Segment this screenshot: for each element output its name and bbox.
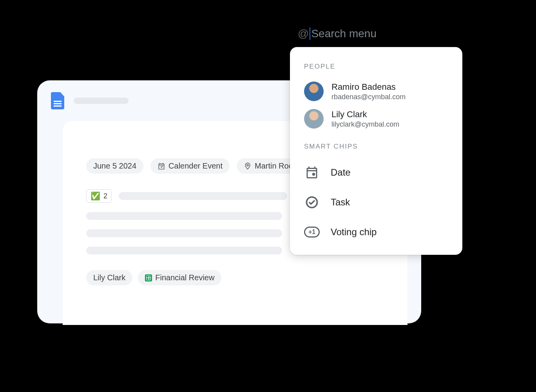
svg-point-0 [247,164,248,166]
bottom-chip-row: Lily Clark Financial Review [86,270,384,285]
person-option-ramiro[interactable]: Ramiro Badenas rbadenas@cymbal.com [290,78,462,105]
file-chip-label: Financial Review [155,273,214,282]
person-name: Ramiro Badenas [331,82,406,92]
person-chip[interactable]: Lily Clark [86,270,132,285]
text-cursor [310,27,310,40]
file-chip[interactable]: Financial Review [138,270,221,285]
calendar-icon [158,162,165,170]
person-chip-label: Lily Clark [93,273,125,282]
chip-option-label: Voting chip [331,227,377,238]
person-option-lily[interactable]: Lily Clark lilyclark@cymbal.com [290,105,462,132]
search-placeholder: Search menu [311,27,377,40]
date-chip-label: June 5 2024 [93,162,136,171]
chip-option-label: Date [331,167,351,178]
text-placeholder-line [86,229,282,237]
person-name: Lily Clark [331,109,399,120]
google-docs-icon [51,92,64,109]
document-title-placeholder [74,98,129,104]
smart-chips-section-header: SMART CHIPS [290,132,462,158]
smart-chips-popup: PEOPLE Ramiro Badenas rbadenas@cymbal.co… [290,47,462,255]
text-placeholder-line [119,192,287,200]
date-chip[interactable]: June 5 2024 [86,158,143,174]
chip-option-date[interactable]: Date [290,158,462,187]
voting-chip[interactable]: ✅ 2 [86,189,112,203]
at-symbol: @ [298,27,309,40]
location-icon [244,162,252,170]
chip-option-label: Task [331,197,350,208]
event-chip-label: Calender Event [168,162,223,171]
sheets-icon [145,274,152,281]
task-check-icon [304,194,320,210]
text-placeholder-line [86,247,282,254]
mention-trigger[interactable]: @ Search menu [298,27,377,40]
chip-option-task[interactable]: Task [290,187,462,217]
plus-one-icon: +1 [304,224,320,240]
chip-option-voting[interactable]: +1 Voting chip [290,217,462,247]
avatar [304,109,324,129]
check-emoji-icon: ✅ [91,191,100,201]
person-email: lilyclark@cymbal.com [331,120,399,129]
calendar-event-chip[interactable]: Calender Event [150,158,230,174]
calendar-date-icon [304,165,320,180]
person-email: rbadenas@cymbal.com [331,93,406,101]
text-placeholder-line [86,212,282,220]
people-section-header: PEOPLE [290,59,462,78]
avatar [304,82,324,101]
vote-count: 2 [103,192,107,200]
svg-point-1 [312,173,315,176]
